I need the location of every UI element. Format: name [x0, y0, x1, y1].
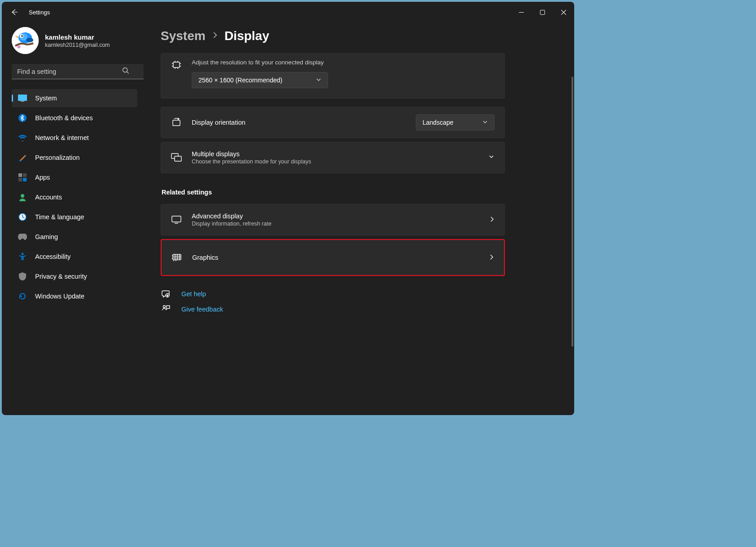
update-icon [18, 292, 27, 301]
nav-label: Accessibility [35, 253, 71, 260]
orientation-value: Landscape [423, 119, 454, 126]
get-help-link[interactable]: ? Get help [161, 289, 505, 298]
svg-point-10 [18, 45, 21, 49]
brush-icon [18, 153, 27, 162]
svg-line-12 [127, 72, 129, 74]
avatar [12, 27, 39, 54]
sidebar-item-time[interactable]: Time & language [12, 208, 137, 226]
svg-rect-20 [23, 178, 27, 181]
sidebar-item-accounts[interactable]: Accounts [12, 188, 137, 206]
nav: System Bluetooth & devices Network & int… [12, 89, 137, 307]
orientation-title: Display orientation [192, 119, 406, 126]
chevron-right-icon [489, 253, 494, 262]
svg-point-24 [22, 253, 24, 255]
sidebar-item-personalization[interactable]: Personalization [12, 149, 137, 167]
orientation-card: Display orientation Landscape [161, 107, 505, 138]
apps-icon [18, 173, 27, 182]
user-email: kamlesh2011@gmail.com [45, 42, 110, 48]
breadcrumb-parent[interactable]: System [161, 29, 206, 43]
footer-links: ? Get help Give feedback [161, 289, 505, 314]
multiple-displays-icon [171, 153, 182, 162]
arrow-left-icon [11, 9, 18, 16]
resolution-value: 2560 × 1600 (Recommended) [198, 77, 282, 84]
search-wrap [12, 64, 137, 79]
svg-point-21 [21, 194, 24, 198]
maximize-icon [540, 10, 545, 15]
sidebar-item-privacy[interactable]: Privacy & security [12, 267, 137, 285]
chevron-down-icon [316, 77, 321, 84]
graphics-card[interactable]: Graphics [161, 239, 505, 276]
breadcrumb-current: Display [225, 29, 270, 43]
search-icon [122, 68, 129, 76]
shield-icon [18, 272, 27, 281]
nav-label: Accounts [35, 194, 62, 201]
nav-label: Apps [35, 174, 50, 181]
accessibility-icon [18, 252, 27, 261]
svg-point-11 [123, 68, 127, 72]
monitor-icon [171, 216, 182, 224]
sidebar-item-gaming[interactable]: Gaming [12, 228, 137, 246]
nav-label: System [35, 95, 57, 102]
close-button[interactable] [553, 5, 574, 19]
give-feedback-text: Give feedback [181, 306, 223, 313]
related-section-title: Related settings [162, 189, 505, 196]
multiple-subtitle: Choose the presentation mode for your di… [192, 158, 478, 165]
person-icon [18, 193, 27, 202]
advanced-title: Advanced display [192, 212, 479, 220]
sidebar-item-system[interactable]: System [12, 89, 137, 107]
minimize-icon [519, 10, 524, 15]
svg-point-16 [19, 160, 21, 162]
resolution-subtitle: Adjust the resolution to fit your connec… [192, 59, 495, 66]
nav-label: Gaming [35, 233, 58, 240]
breadcrumb: System Display [161, 29, 570, 43]
nav-label: Bluetooth & devices [35, 114, 93, 122]
clock-icon [18, 212, 27, 222]
wifi-icon [18, 133, 27, 142]
svg-rect-25 [173, 62, 180, 68]
orientation-dropdown[interactable]: Landscape [416, 114, 495, 131]
svg-rect-17 [18, 173, 22, 177]
multiple-title: Multiple displays [192, 150, 478, 158]
nav-label: Privacy & security [35, 273, 87, 280]
svg-point-9 [26, 38, 33, 42]
scrollbar[interactable] [572, 77, 573, 347]
titlebar: Settings [2, 2, 574, 23]
sidebar-item-network[interactable]: Network & internet [12, 129, 137, 147]
gamepad-icon [18, 232, 27, 241]
resolution-card: Adjust the resolution to fit your connec… [161, 53, 505, 99]
svg-rect-18 [23, 173, 27, 177]
give-feedback-link[interactable]: Give feedback [161, 305, 505, 314]
user-block[interactable]: kamlesh kumar kamlesh2011@gmail.com [12, 27, 137, 54]
svg-rect-26 [173, 120, 180, 126]
graphics-icon [171, 253, 182, 262]
sidebar-item-apps[interactable]: Apps [12, 168, 137, 186]
bluetooth-icon [18, 113, 27, 122]
svg-rect-28 [175, 156, 181, 161]
advanced-display-card[interactable]: Advanced display Display information, re… [161, 204, 505, 235]
nav-label: Personalization [35, 154, 80, 161]
feedback-icon [161, 305, 171, 314]
back-button[interactable] [7, 5, 22, 19]
nav-label: Time & language [35, 213, 84, 221]
advanced-subtitle: Display information, refresh rate [192, 221, 479, 227]
help-icon: ? [161, 289, 171, 298]
svg-rect-1 [540, 10, 545, 14]
resolution-icon [171, 61, 182, 69]
svg-rect-13 [18, 95, 27, 101]
display-icon [18, 94, 27, 103]
nav-label: Network & internet [35, 134, 89, 141]
multiple-displays-card[interactable]: Multiple displays Choose the presentatio… [161, 142, 505, 173]
user-info: kamlesh kumar kamlesh2011@gmail.com [45, 33, 110, 48]
resolution-dropdown[interactable]: 2560 × 1600 (Recommended) [192, 72, 328, 88]
svg-point-8 [21, 35, 23, 37]
maximize-button[interactable] [532, 5, 553, 19]
sidebar-item-accessibility[interactable]: Accessibility [12, 248, 137, 266]
sidebar-item-bluetooth[interactable]: Bluetooth & devices [12, 109, 137, 127]
nav-label: Windows Update [35, 293, 85, 300]
get-help-text: Get help [181, 290, 206, 298]
close-icon [561, 10, 566, 15]
minimize-button[interactable] [511, 5, 532, 19]
svg-rect-14 [21, 101, 24, 102]
sidebar-item-update[interactable]: Windows Update [12, 287, 137, 305]
user-name: kamlesh kumar [45, 33, 110, 41]
